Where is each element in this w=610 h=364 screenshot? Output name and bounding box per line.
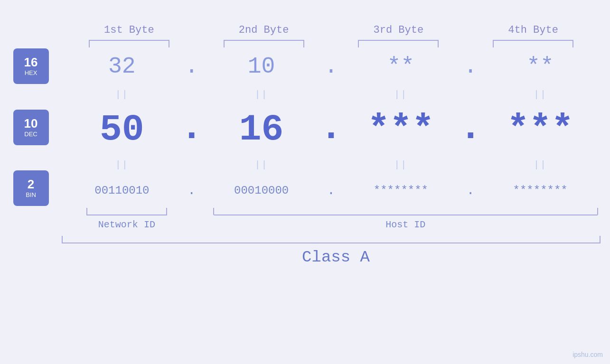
watermark: ipshu.com: [572, 351, 603, 359]
eq-2-3: ||: [394, 159, 407, 170]
dec-badge-label: DEC: [24, 131, 37, 138]
bin-dot-3: .: [467, 183, 475, 198]
bin-val-4: ********: [513, 184, 568, 197]
dec-row: 50 . 16 . *** . ***: [62, 103, 610, 156]
bin-badge: 2 BIN: [13, 170, 49, 206]
network-id-bracket: [86, 208, 167, 215]
watermark-text: ipshu.com: [572, 351, 603, 358]
dec-val-3: ***: [367, 109, 434, 150]
hex-val-3: **: [387, 54, 415, 79]
eq-1-2: ||: [255, 89, 268, 100]
id-labels: Network ID Host ID: [62, 219, 610, 230]
eq-1-3: ||: [394, 89, 407, 100]
eq-2-2: ||: [255, 159, 268, 170]
equals-row-2: || || || ||: [62, 156, 610, 174]
eq-1-4: ||: [534, 89, 547, 100]
hex-badge-num: 16: [24, 56, 38, 69]
bin-val-3: ********: [374, 184, 428, 197]
bin-val-1: 00110010: [94, 184, 149, 197]
bin-val-2: 00010000: [234, 184, 289, 197]
hex-badge-label: HEX: [25, 69, 38, 76]
byte-3-header: 3rd Byte: [374, 24, 424, 36]
dec-badge-num: 10: [24, 117, 38, 131]
dec-badge: 10 DEC: [13, 110, 49, 145]
dec-dot-3: .: [459, 106, 482, 149]
eq-1-1: ||: [115, 89, 129, 100]
byte-3-top-bracket: [358, 40, 439, 47]
byte-4-top-bracket: [493, 40, 573, 47]
byte-2-header: 2nd Byte: [239, 24, 289, 36]
byte-2-top-bracket: [224, 40, 304, 47]
network-id-label: Network ID: [98, 219, 155, 230]
bin-row: 00110010 . 00010000 . ******** . *******…: [62, 174, 610, 207]
equals-row-1: || || || ||: [62, 85, 610, 103]
bottom-brackets: [62, 208, 610, 215]
hex-val-2: 10: [248, 54, 275, 79]
dec-val-4: ***: [507, 109, 573, 150]
class-bracket: [62, 236, 601, 243]
byte-1-top-bracket: [89, 40, 169, 47]
dec-dot-1: .: [180, 106, 203, 149]
bin-dot-2: .: [327, 183, 335, 198]
eq-2-4: ||: [534, 159, 547, 170]
eq-2-1: ||: [115, 159, 129, 170]
bin-badge-num: 2: [28, 177, 34, 191]
host-id-bracket: [213, 208, 598, 215]
class-label: Class A: [302, 248, 370, 266]
dec-val-1: 50: [100, 109, 144, 150]
hex-val-1: 32: [108, 54, 136, 79]
hex-row: 32 . 10 . ** . **: [62, 47, 610, 85]
page: 16 HEX 10 DEC 2 BIN 1st Byte: [0, 0, 610, 364]
bin-badge-label: BIN: [26, 191, 36, 198]
bin-dot-1: .: [188, 183, 196, 198]
hex-dot-2: .: [324, 54, 338, 79]
byte-4-header: 4th Byte: [508, 24, 558, 36]
hex-val-4: **: [526, 54, 554, 79]
hex-dot-3: .: [464, 54, 478, 79]
hex-dot-1: .: [185, 54, 198, 79]
dec-val-2: 16: [239, 109, 284, 150]
host-id-label: Host ID: [385, 219, 425, 230]
dec-dot-2: .: [320, 106, 343, 149]
hex-badge: 16 HEX: [13, 48, 49, 84]
byte-1-header: 1st Byte: [104, 24, 154, 36]
